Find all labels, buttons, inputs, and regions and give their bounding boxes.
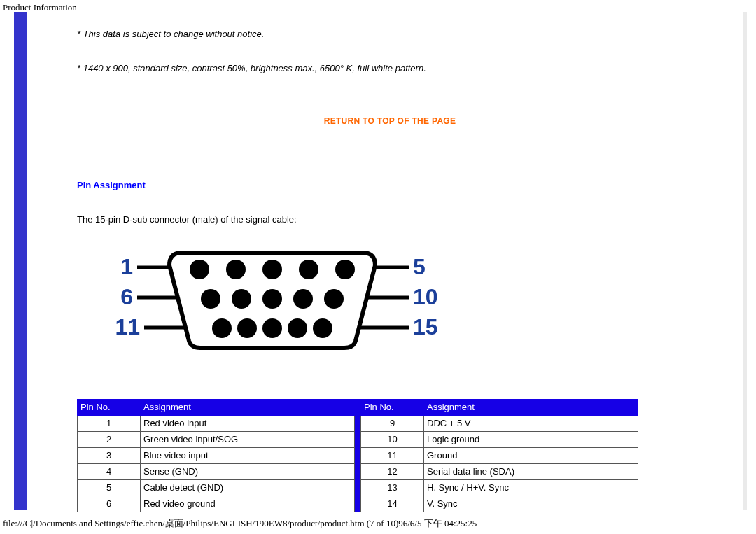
svg-point-19 [288, 318, 307, 338]
svg-point-10 [335, 260, 355, 279]
table-row: 2Green video input/SOG [78, 432, 355, 448]
diagram-label-6: 6 [120, 284, 133, 309]
table-row: 4Sense (GND) [78, 464, 355, 480]
left-blue-strip [14, 12, 27, 510]
section-title-pin-assignment: Pin Assignment [77, 180, 703, 190]
table-row: 11Ground [361, 448, 638, 464]
right-grey-strip [743, 12, 747, 510]
dsub-connector-diagram: 1 6 11 5 10 15 [112, 243, 703, 357]
divider [77, 150, 703, 150]
svg-point-13 [262, 289, 282, 309]
svg-point-20 [313, 318, 332, 338]
table-row: 13H. Sync / H+V. Sync [361, 480, 638, 496]
diagram-label-10: 10 [413, 284, 438, 309]
svg-point-7 [226, 260, 246, 279]
svg-point-12 [232, 289, 251, 309]
table-row: 3Blue video input [78, 448, 355, 464]
col-header-assign: Assignment [424, 400, 638, 416]
svg-point-11 [201, 289, 220, 309]
svg-point-6 [190, 260, 209, 279]
pin-table-left: Pin No. Assignment 1Red video input 2Gre… [77, 399, 355, 512]
table-row: 1Red video input [78, 416, 355, 432]
svg-point-14 [293, 289, 313, 309]
content-area: * This data is subject to change without… [27, 12, 742, 512]
svg-point-9 [299, 260, 318, 279]
pin-table-right: Pin No. Assignment 9DDC + 5 V 10Logic gr… [360, 399, 638, 512]
note-change: * This data is subject to change without… [77, 29, 703, 39]
table-row: 14V. Sync [361, 496, 638, 512]
svg-point-17 [237, 318, 257, 338]
section-desc: The 15-pin D-sub connector (male) of the… [77, 214, 703, 225]
table-gap [355, 399, 360, 512]
svg-point-18 [262, 318, 282, 338]
diagram-label-5: 5 [413, 254, 426, 279]
diagram-label-15: 15 [413, 314, 438, 339]
pin-tables: Pin No. Assignment 1Red video input 2Gre… [77, 399, 703, 512]
table-row: 9DDC + 5 V [361, 416, 638, 432]
note-spec: * 1440 x 900, standard size, contrast 50… [77, 63, 703, 73]
col-header-pin: Pin No. [361, 400, 424, 416]
table-row: 10Logic ground [361, 432, 638, 448]
diagram-label-1: 1 [120, 254, 133, 279]
svg-point-8 [262, 260, 282, 279]
table-row: 12Serial data line (SDA) [361, 464, 638, 480]
svg-point-16 [212, 318, 232, 338]
table-row: 5Cable detect (GND) [78, 480, 355, 496]
col-header-assign: Assignment [141, 400, 355, 416]
diagram-label-11: 11 [115, 314, 140, 339]
footer-path: file:///C|/Documents and Settings/effie.… [3, 517, 477, 530]
return-top-link[interactable]: RETURN TO TOP OF THE PAGE [324, 116, 456, 126]
table-row: 6Red video ground [78, 496, 355, 512]
col-header-pin: Pin No. [78, 400, 141, 416]
svg-point-15 [324, 289, 344, 309]
